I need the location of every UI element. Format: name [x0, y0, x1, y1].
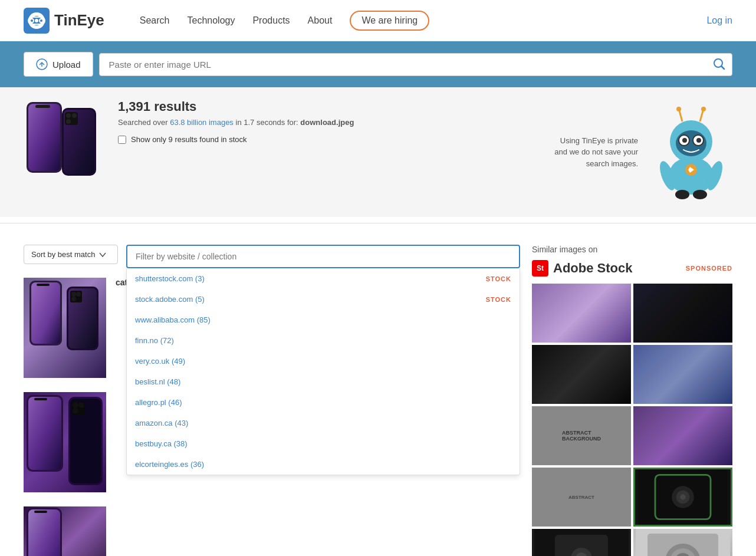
stock-thumbnail[interactable]: ABSTRACT [532, 468, 631, 527]
filter-item[interactable]: finn.no (72) [127, 330, 520, 351]
filename-text: download.jpeg [300, 118, 354, 127]
filter-item-link[interactable]: beslist.nl (48) [135, 377, 180, 386]
svg-rect-48 [28, 397, 61, 470]
stock-filter-checkbox[interactable] [118, 136, 126, 144]
in-time-text: in 1.7 seconds for: [236, 118, 298, 127]
filter-input[interactable] [126, 245, 520, 268]
filter-item-link[interactable]: allegro.pl (46) [135, 398, 182, 407]
query-image [24, 99, 100, 195]
stock-thumbnail[interactable] [532, 529, 631, 556]
privacy-line3: search images. [586, 159, 638, 168]
mascot-area: Using TinEye is private and we do not sa… [554, 99, 732, 205]
filter-item[interactable]: amazon.ca (43) [127, 413, 520, 433]
stock-thumbnail[interactable]: ABSTRACTBACKGROUND [532, 406, 631, 465]
stock-thumbnail[interactable] [633, 345, 732, 404]
svg-point-7 [31, 19, 33, 22]
svg-point-27 [682, 138, 687, 143]
filter-item-link[interactable]: bestbuy.ca (38) [135, 439, 188, 448]
sort-dropdown[interactable]: Sort by best match [24, 245, 118, 264]
svg-point-32 [701, 107, 706, 111]
results-meta: Searched over 63.8 billion images in 1.7… [118, 118, 537, 127]
svg-point-44 [71, 292, 76, 297]
url-input[interactable] [106, 54, 712, 75]
filter-sort-row: Sort by best match shutterstock.com (3)S… [24, 245, 520, 268]
searched-over-text: Searched over [118, 118, 168, 127]
results-section: 1,391 results Searched over 63.8 billion… [0, 87, 756, 217]
result-thumbnail [24, 506, 106, 556]
svg-rect-14 [28, 104, 60, 171]
logo-link[interactable]: TinEye [24, 8, 104, 34]
filter-item-link[interactable]: amazon.ca (43) [135, 419, 188, 427]
results-info: 1,391 results Searched over 63.8 billion… [118, 99, 537, 144]
url-input-wrapper [99, 53, 732, 76]
svg-point-3 [35, 19, 38, 22]
privacy-line1: Using TinEye is private [560, 136, 638, 145]
search-submit-button[interactable] [712, 57, 726, 73]
sort-label: Sort by best match [31, 250, 95, 259]
search-bar-section: Upload [0, 41, 756, 87]
filter-item-link[interactable]: shutterstock.com (3) [135, 274, 205, 283]
filter-item-badge: STOCK [486, 275, 511, 282]
svg-point-55 [73, 408, 78, 414]
svg-point-54 [78, 402, 84, 408]
svg-line-29 [679, 111, 682, 121]
nav-search[interactable]: Search [140, 15, 170, 26]
nav-products[interactable]: Products [252, 15, 290, 26]
section-divider [0, 223, 756, 223]
billion-images-link[interactable]: 63.8 billion images [170, 118, 234, 127]
stock-thumbnail[interactable] [532, 345, 631, 404]
svg-point-8 [40, 19, 42, 22]
svg-point-28 [696, 138, 701, 143]
query-image-svg [24, 99, 100, 193]
filter-item-link[interactable]: finn.no (72) [135, 336, 174, 345]
stock-thumbnail[interactable] [633, 406, 732, 465]
filter-item[interactable]: stock.adobe.com (5)STOCK [127, 289, 520, 310]
filter-item[interactable]: allegro.pl (46) [127, 392, 520, 413]
filter-item-link[interactable]: stock.adobe.com (5) [135, 295, 205, 304]
nav-about[interactable]: About [308, 15, 333, 26]
svg-point-46 [71, 297, 76, 301]
privacy-note: Using TinEye is private and we do not sa… [554, 135, 638, 170]
sidebar-column: Similar images on St Adobe Stock SPONSOR… [532, 245, 732, 556]
filter-item-link[interactable]: very.co.uk (49) [135, 357, 185, 366]
svg-rect-40 [37, 284, 50, 286]
logo-icon [24, 8, 50, 34]
upload-button[interactable]: Upload [24, 52, 93, 77]
stock-thumbnail[interactable] [633, 529, 732, 556]
sidebar-title: Similar images on [532, 245, 732, 254]
adobe-stock-header: St Adobe Stock SPONSORED [532, 260, 732, 277]
upload-label: Upload [52, 60, 81, 70]
filter-item[interactable]: www.alibaba.com (85) [127, 310, 520, 330]
svg-point-53 [73, 402, 78, 408]
adobe-stock-name: Adobe Stock [553, 261, 632, 276]
main-content: Sort by best match shutterstock.com (3)S… [0, 235, 756, 556]
filter-item[interactable]: shutterstock.com (3)STOCK [127, 268, 520, 289]
hiring-button[interactable]: We are hiring [350, 11, 429, 31]
nav-technology[interactable]: Technology [187, 15, 235, 26]
svg-rect-58 [34, 511, 47, 513]
svg-rect-15 [35, 105, 50, 108]
stock-image-grid: ABSTRACTBACKGROUND ABSTRACT [532, 284, 732, 556]
stock-thumbnail[interactable] [633, 468, 732, 527]
stock-thumbnail[interactable] [633, 284, 732, 343]
stock-thumbnail[interactable] [532, 284, 631, 343]
svg-point-64 [680, 494, 685, 499]
main-nav: Search Technology Products About We are … [140, 11, 707, 31]
abstract-label2: ABSTRACT [568, 495, 594, 500]
table-row [24, 506, 520, 556]
filter-item[interactable]: elcorteingles.es (36) [127, 454, 520, 475]
filter-item[interactable]: beslist.nl (48) [127, 371, 520, 392]
svg-point-20 [72, 113, 77, 118]
filter-item-link[interactable]: www.alibaba.com (85) [135, 315, 211, 324]
svg-rect-49 [34, 398, 47, 400]
svg-point-35 [675, 190, 689, 199]
filter-item[interactable]: very.co.uk (49) [127, 351, 520, 371]
filter-item[interactable]: bestbuy.ca (38) [127, 433, 520, 454]
stock-filter-label[interactable]: Show only 9 results found in stock [118, 135, 537, 144]
login-button[interactable]: Log in [706, 15, 732, 26]
filter-item-link[interactable]: elcorteingles.es (36) [135, 460, 204, 469]
svg-rect-43 [70, 291, 82, 302]
svg-point-45 [76, 292, 81, 297]
upload-icon [36, 58, 48, 70]
results-count: 1,391 results [118, 99, 537, 114]
